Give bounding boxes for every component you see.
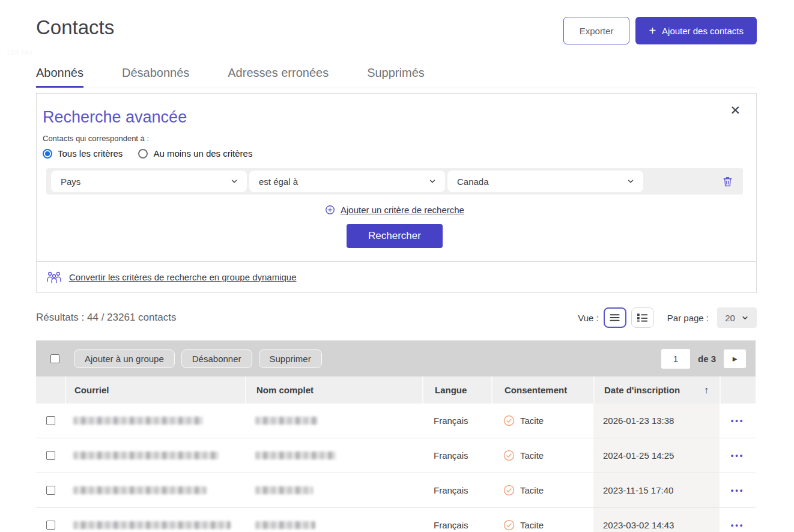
radio-all-criteria[interactable]: Tous les critères [43, 148, 123, 159]
ellipsis-icon: ••• [731, 416, 745, 425]
advanced-search-title: Recherche avancée [43, 108, 747, 127]
criterion-operator-select[interactable]: est égal à [249, 171, 445, 192]
header-date-label: Date d'inscription [604, 385, 680, 395]
row-checkbox[interactable] [46, 521, 55, 530]
circle-plus-icon [325, 205, 335, 215]
consent-check-icon [503, 450, 515, 461]
header-consentement[interactable]: Consentement [491, 376, 593, 404]
view-label: Vue : [578, 313, 598, 323]
language-cell: Français [422, 508, 491, 532]
name-cell [245, 438, 422, 473]
card-view-button[interactable] [631, 307, 654, 328]
criterion-row: Pays est égal à Canada [46, 168, 743, 195]
chevron-down-icon [626, 177, 635, 186]
close-icon[interactable]: ✕ [726, 103, 744, 117]
radio-any-criteria[interactable]: Au moins un des critères [138, 148, 252, 159]
row-menu-button[interactable]: ••• [729, 483, 747, 497]
match-radio-group: Tous les critères Au moins un des critèr… [43, 148, 747, 159]
contacts-table: Ajouter à un groupe Désabonner Supprimer… [36, 340, 756, 532]
group-icon [46, 271, 62, 283]
tab-supprimes[interactable]: Supprimés [367, 66, 425, 88]
date-cell: 2023-03-02 14:43 [593, 508, 720, 532]
top-bar: Contacts Exporter + Ajouter des contacts [0, 0, 794, 44]
date-value: 2024-01-25 14:25 [603, 450, 674, 461]
ellipsis-icon: ••• [731, 451, 745, 460]
email-cell [65, 508, 245, 532]
match-label: Contacts qui correspondent à : [43, 134, 747, 143]
per-page-label: Par page : [667, 313, 709, 323]
header-courriel-label: Courriel [74, 385, 109, 395]
convert-to-dynamic-group-link[interactable]: Convertir les critères de recherche en g… [69, 272, 297, 282]
add-criterion-link[interactable]: Ajouter un critère de recherche [341, 205, 464, 215]
header-actions-cell [720, 376, 756, 404]
next-page-icon: ▶ [733, 355, 738, 362]
radio-selected-icon [43, 149, 52, 159]
language-value: Français [434, 450, 468, 461]
actions-cell: ••• [720, 508, 756, 532]
advanced-search-panel: ✕ Recherche avancée Contacts qui corresp… [36, 93, 757, 293]
results-controls: Vue : Par page : 20 [578, 307, 757, 328]
row-checkbox[interactable] [46, 486, 55, 495]
actions-cell: ••• [720, 404, 756, 438]
plus-icon: + [649, 25, 656, 37]
row-menu-button[interactable]: ••• [729, 449, 747, 462]
tab-abonnes[interactable]: Abonnés [36, 66, 83, 88]
language-value: Français [434, 416, 468, 426]
next-page-button[interactable]: ▶ [724, 349, 746, 368]
add-contacts-button[interactable]: + Ajouter des contacts [635, 17, 757, 44]
header-consentement-label: Consentement [505, 385, 567, 395]
actions-cell: ••• [720, 438, 756, 473]
consent-value: Tacite [520, 520, 544, 530]
consent-cell: Tacite [491, 438, 593, 473]
unsubscribe-button[interactable]: Désabonner [181, 349, 252, 368]
criterion-field-select[interactable]: Pays [51, 171, 247, 192]
tab-adresses-erronees[interactable]: Adresses erronées [228, 66, 329, 88]
table-row: Français Tacite 2023-11-15 17:40 ••• [36, 473, 756, 508]
header-nom-complet-label: Nom complet [256, 385, 314, 395]
delete-button[interactable]: Supprimer [259, 349, 322, 368]
delete-criterion-button[interactable] [718, 174, 737, 190]
name-cell [245, 404, 422, 438]
consent-value: Tacite [520, 450, 544, 461]
select-all-checkbox[interactable] [50, 354, 59, 363]
per-page-select[interactable]: 20 [717, 307, 757, 328]
consent-value: Tacite [520, 416, 544, 426]
consent-cell: Tacite [491, 508, 593, 532]
contacts-page: 168 Mo Contacts Exporter + Ajouter des c… [0, 0, 794, 532]
header-date-inscription[interactable]: Date d'inscription ↑ [593, 376, 720, 404]
tab-desabonnes[interactable]: Désabonnés [122, 66, 189, 88]
row-checkbox-cell [36, 508, 65, 532]
row-checkbox[interactable] [46, 451, 55, 460]
list-view-button[interactable] [604, 307, 626, 328]
page-total-label: de 3 [698, 354, 716, 364]
add-to-group-button[interactable]: Ajouter à un groupe [74, 349, 175, 368]
trash-icon [722, 176, 733, 187]
table-header-row: Courriel Nom complet Langue Consentement… [36, 376, 756, 404]
search-button[interactable]: Rechercher [347, 224, 443, 248]
row-menu-button[interactable]: ••• [729, 414, 747, 428]
name-cell [245, 473, 422, 507]
export-button[interactable]: Exporter [563, 17, 630, 44]
language-cell: Français [422, 438, 491, 473]
page-title: Contacts [36, 16, 114, 40]
row-checkbox[interactable] [46, 416, 55, 425]
consent-check-icon [503, 415, 515, 426]
header-langue[interactable]: Langue [422, 376, 491, 404]
table-row: Français Tacite 2026-01-23 13:38 ••• [36, 404, 756, 438]
chevron-down-icon [428, 177, 437, 186]
email-cell [65, 438, 245, 473]
language-cell: Français [422, 473, 491, 507]
header-nom-complet[interactable]: Nom complet [245, 376, 422, 404]
email-redacted [73, 417, 203, 425]
criterion-value-select[interactable]: Canada [447, 171, 643, 192]
criterion-field-value: Pays [61, 177, 80, 187]
per-page-value: 20 [725, 313, 735, 323]
header-checkbox-cell [36, 376, 65, 404]
row-menu-button[interactable]: ••• [729, 518, 747, 532]
pagination: de 3 ▶ [661, 349, 746, 369]
ellipsis-icon: ••• [731, 486, 745, 495]
page-number-input[interactable] [661, 349, 690, 369]
header-courriel[interactable]: Courriel [65, 376, 245, 404]
date-value: 2026-01-23 13:38 [603, 416, 674, 426]
language-value: Français [434, 520, 468, 530]
